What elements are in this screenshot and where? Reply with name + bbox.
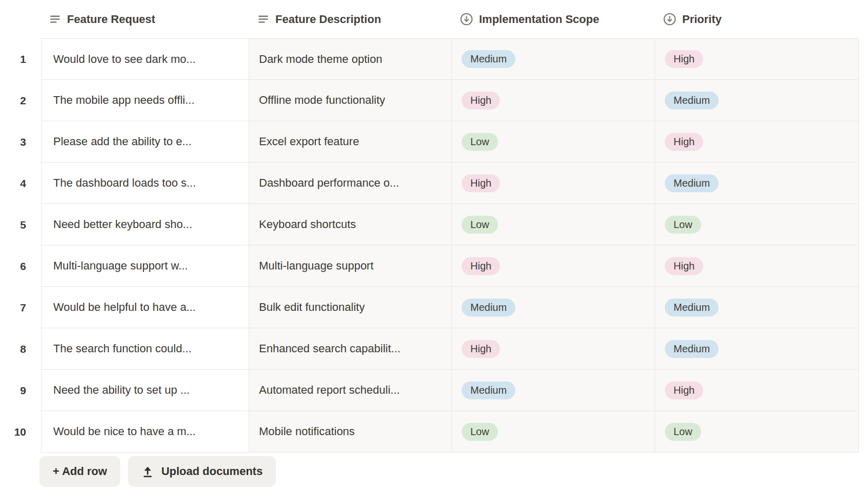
cell-priority[interactable]: High xyxy=(655,121,859,163)
column-header-label: Feature Description xyxy=(275,13,381,26)
cell-text: Automated report scheduli... xyxy=(259,383,400,397)
row-number[interactable]: 8 xyxy=(0,328,41,370)
scope-badge[interactable]: Medium xyxy=(462,381,515,399)
cell-feature-request[interactable]: Need the ability to set up ... xyxy=(41,370,249,411)
text-type-icon xyxy=(257,13,270,26)
scope-badge[interactable]: Low xyxy=(462,216,498,234)
cell-implementation-scope[interactable]: Medium xyxy=(452,38,655,80)
scope-badge[interactable]: Medium xyxy=(462,299,515,317)
upload-documents-button[interactable]: Upload documents xyxy=(128,456,276,487)
priority-badge[interactable]: Medium xyxy=(665,92,719,109)
column-header-label: Implementation Scope xyxy=(479,13,599,26)
upload-icon xyxy=(141,465,154,478)
cell-feature-description[interactable]: Automated report scheduli... xyxy=(249,370,452,411)
priority-badge[interactable]: Medium xyxy=(665,340,719,358)
cell-feature-description[interactable]: Dashboard performance o... xyxy=(249,163,452,204)
cell-feature-description[interactable]: Dark mode theme option xyxy=(249,38,452,80)
cell-feature-description[interactable]: Multi-language support xyxy=(249,245,452,287)
cell-implementation-scope[interactable]: High xyxy=(452,245,655,287)
cell-implementation-scope[interactable]: High xyxy=(452,80,655,121)
cell-feature-description[interactable]: Offline mode functionality xyxy=(249,80,452,121)
cell-feature-request[interactable]: Multi-language support w... xyxy=(41,245,249,287)
cell-implementation-scope[interactable]: High xyxy=(452,163,655,204)
scope-badge[interactable]: High xyxy=(462,174,500,192)
cell-text: Dark mode theme option xyxy=(259,53,382,66)
cell-text: Mobile notifications xyxy=(259,425,355,438)
cell-text: Need better keyboard sho... xyxy=(53,218,192,231)
cell-priority[interactable]: Medium xyxy=(655,328,859,370)
cell-priority[interactable]: Medium xyxy=(655,287,859,328)
scope-badge[interactable]: Medium xyxy=(462,50,515,68)
cell-text: Enhanced search capabilit... xyxy=(259,342,400,355)
cell-text: The search function could... xyxy=(53,342,191,355)
cell-text: Offline mode functionality xyxy=(259,94,385,107)
row-number[interactable]: 5 xyxy=(0,204,41,245)
cell-priority[interactable]: Low xyxy=(655,411,859,453)
cell-priority[interactable]: High xyxy=(655,370,859,411)
select-type-icon xyxy=(460,12,473,26)
cell-priority[interactable]: High xyxy=(655,245,859,287)
priority-badge[interactable]: Medium xyxy=(665,174,719,192)
add-row-button[interactable]: + Add row xyxy=(39,456,120,487)
cell-text: Would be helpful to have a... xyxy=(53,301,196,314)
scope-badge[interactable]: Low xyxy=(462,423,498,441)
cell-text: Keyboard shortcuts xyxy=(259,218,356,231)
cell-feature-request[interactable]: Would love to see dark mo... xyxy=(41,38,249,80)
cell-feature-description[interactable]: Keyboard shortcuts xyxy=(249,204,452,245)
cell-feature-request[interactable]: Please add the ability to e... xyxy=(41,121,249,163)
priority-badge[interactable]: High xyxy=(665,257,703,275)
cell-priority[interactable]: Medium xyxy=(655,80,859,121)
cell-feature-description[interactable]: Bulk edit functionality xyxy=(249,287,452,328)
row-number[interactable]: 7 xyxy=(0,287,41,328)
priority-badge[interactable]: High xyxy=(665,381,703,399)
cell-text: Multi-language support w... xyxy=(53,259,188,273)
priority-badge[interactable]: Medium xyxy=(665,299,719,317)
scope-badge[interactable]: High xyxy=(462,340,500,358)
column-header-label: Feature Request xyxy=(67,13,155,26)
row-number[interactable]: 4 xyxy=(0,163,41,204)
cell-implementation-scope[interactable]: Medium xyxy=(452,370,655,411)
cell-feature-description[interactable]: Excel export feature xyxy=(249,121,452,163)
column-header-feature-request[interactable]: Feature Request xyxy=(41,0,249,38)
scope-badge[interactable]: Low xyxy=(462,133,498,151)
row-number[interactable]: 1 xyxy=(0,38,41,80)
cell-implementation-scope[interactable]: Medium xyxy=(452,287,655,328)
scope-badge[interactable]: High xyxy=(462,92,500,109)
row-number[interactable]: 9 xyxy=(0,370,41,411)
cell-priority[interactable]: Medium xyxy=(655,163,859,204)
cell-feature-request[interactable]: The dashboard loads too s... xyxy=(41,163,249,204)
row-number[interactable]: 3 xyxy=(0,121,41,163)
cell-priority[interactable]: High xyxy=(655,38,859,80)
cell-text: Would love to see dark mo... xyxy=(53,53,196,66)
column-header-priority[interactable]: Priority xyxy=(655,0,859,38)
cell-implementation-scope[interactable]: Low xyxy=(452,204,655,245)
cell-feature-request[interactable]: Would be helpful to have a... xyxy=(41,287,249,328)
table-footer: + Add row Upload documents xyxy=(39,456,868,487)
row-number[interactable]: 6 xyxy=(0,245,41,287)
cell-text: Please add the ability to e... xyxy=(53,135,191,148)
cell-feature-description[interactable]: Enhanced search capabilit... xyxy=(249,328,452,370)
cell-priority[interactable]: Low xyxy=(655,204,859,245)
column-header-implementation-scope[interactable]: Implementation Scope xyxy=(452,0,655,38)
cell-text: Bulk edit functionality xyxy=(259,301,365,314)
cell-feature-request[interactable]: Would be nice to have a m... xyxy=(41,411,249,453)
priority-badge[interactable]: Low xyxy=(665,216,701,234)
add-row-label: + Add row xyxy=(53,465,107,478)
priority-badge[interactable]: High xyxy=(665,133,703,151)
priority-badge[interactable]: High xyxy=(665,50,703,68)
scope-badge[interactable]: High xyxy=(462,257,500,275)
row-number[interactable]: 2 xyxy=(0,80,41,121)
cell-text: Excel export feature xyxy=(259,135,359,148)
row-number[interactable]: 10 xyxy=(0,411,41,453)
column-header-feature-description[interactable]: Feature Description xyxy=(249,0,452,38)
cell-feature-description[interactable]: Mobile notifications xyxy=(249,411,452,453)
cell-implementation-scope[interactable]: Low xyxy=(452,121,655,163)
cell-text: Dashboard performance o... xyxy=(259,176,399,190)
cell-feature-request[interactable]: The search function could... xyxy=(41,328,249,370)
cell-implementation-scope[interactable]: Low xyxy=(452,411,655,453)
cell-feature-request[interactable]: Need better keyboard sho... xyxy=(41,204,249,245)
priority-badge[interactable]: Low xyxy=(665,423,701,441)
upload-label: Upload documents xyxy=(161,465,263,478)
cell-feature-request[interactable]: The mobile app needs offli... xyxy=(41,80,249,121)
cell-implementation-scope[interactable]: High xyxy=(452,328,655,370)
